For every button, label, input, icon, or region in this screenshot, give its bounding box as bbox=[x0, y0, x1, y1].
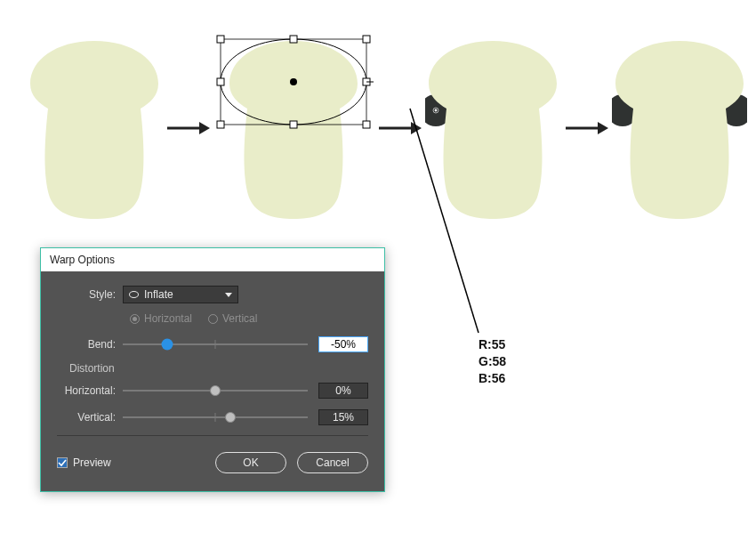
arrow-3 bbox=[560, 120, 612, 136]
svg-rect-6 bbox=[290, 36, 297, 43]
horizontal-slider[interactable] bbox=[123, 382, 308, 400]
arrow-2 bbox=[374, 120, 425, 136]
svg-point-3 bbox=[290, 78, 297, 85]
preview-label: Preview bbox=[73, 456, 111, 469]
bend-label: Bend: bbox=[57, 338, 123, 351]
horizontal-value-input[interactable]: 0% bbox=[318, 383, 368, 399]
svg-marker-21 bbox=[598, 122, 608, 134]
step-3-shape bbox=[425, 36, 560, 221]
svg-point-19 bbox=[435, 109, 438, 112]
arrow-1 bbox=[162, 120, 213, 136]
horizontal-label: Horizontal: bbox=[57, 384, 123, 397]
illustration-row bbox=[27, 30, 756, 226]
style-label: Style: bbox=[57, 288, 123, 301]
vertical-label: Vertical: bbox=[57, 411, 123, 424]
preview-checkbox[interactable] bbox=[57, 457, 68, 468]
orient-vertical-radio[interactable]: Vertical bbox=[208, 312, 257, 325]
style-value: Inflate bbox=[144, 288, 173, 301]
svg-rect-8 bbox=[217, 78, 224, 85]
dialog-title: Warp Options bbox=[50, 254, 115, 266]
vertical-slider[interactable] bbox=[123, 408, 308, 426]
step-1-shape bbox=[27, 36, 162, 221]
inflate-icon bbox=[129, 291, 139, 298]
style-select[interactable]: Inflate bbox=[123, 286, 238, 303]
bend-slider[interactable] bbox=[123, 335, 308, 353]
step-2-shape bbox=[213, 34, 374, 222]
svg-rect-7 bbox=[363, 36, 370, 43]
rgb-g: G:58 bbox=[479, 353, 506, 370]
rgb-readout: R:55 G:58 B:56 bbox=[479, 336, 506, 387]
bend-value-input[interactable]: -50% bbox=[318, 336, 368, 352]
distortion-group-label: Distortion bbox=[69, 362, 368, 375]
vertical-value-input[interactable]: 15% bbox=[318, 409, 368, 425]
ok-button[interactable]: OK bbox=[215, 452, 286, 473]
svg-marker-1 bbox=[199, 122, 210, 134]
chevron-down-icon bbox=[225, 293, 232, 297]
svg-rect-12 bbox=[363, 121, 370, 128]
rgb-r: R:55 bbox=[479, 336, 506, 353]
svg-marker-16 bbox=[411, 122, 422, 134]
orient-horizontal-radio[interactable]: Horizontal bbox=[130, 312, 192, 325]
step-4-shape bbox=[612, 36, 747, 221]
divider bbox=[57, 435, 368, 436]
svg-rect-11 bbox=[290, 121, 297, 128]
rgb-b: B:56 bbox=[479, 370, 506, 387]
svg-rect-5 bbox=[217, 36, 224, 43]
dialog-titlebar[interactable]: Warp Options bbox=[41, 248, 384, 271]
svg-rect-10 bbox=[217, 121, 224, 128]
warp-options-dialog: Warp Options Style: Inflate Horizontal V… bbox=[40, 247, 385, 492]
cancel-button[interactable]: Cancel bbox=[297, 452, 368, 473]
